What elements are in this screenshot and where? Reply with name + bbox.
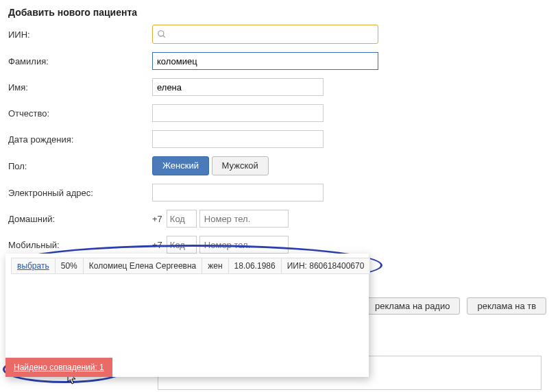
- row-name: Имя:: [8, 78, 552, 96]
- row-surname: Фамилия:: [8, 52, 552, 70]
- label-iin: ИИН:: [8, 29, 152, 40]
- match-row: выбрать 50% Коломиец Елена Сергеевна жен…: [11, 258, 370, 274]
- row-iin: ИИН:: [8, 25, 552, 44]
- label-home: Домашний:: [8, 214, 152, 224]
- surname-input[interactable]: [152, 52, 378, 70]
- match-percent: 50%: [56, 258, 84, 273]
- match-dob: 18.06.1986: [229, 258, 282, 273]
- iin-search-wrap[interactable]: [152, 25, 378, 44]
- row-home: Домашний: +7: [8, 210, 552, 228]
- svg-line-1: [163, 36, 165, 38]
- home-prefix: +7: [152, 214, 162, 224]
- row-email: Электронный адрес:: [8, 184, 552, 201]
- mobile-num-input[interactable]: [199, 236, 289, 254]
- label-mobile: Мобильный:: [8, 240, 152, 250]
- row-patronymic: Отчество:: [8, 104, 552, 122]
- label-surname: Фамилия:: [8, 56, 152, 66]
- row-mobile: Мобильный: +7: [8, 236, 552, 254]
- mobile-prefix: +7: [152, 240, 162, 250]
- label-dob: Дата рождения:: [8, 134, 152, 145]
- label-email: Электронный адрес:: [8, 188, 152, 198]
- name-input[interactable]: [152, 78, 324, 96]
- label-patronymic: Отчество:: [8, 108, 152, 119]
- row-dob: Дата рождения:: [8, 130, 552, 148]
- home-num-input[interactable]: [199, 210, 289, 228]
- match-fio: Коломиец Елена Сергеевна: [84, 258, 203, 273]
- search-icon: [157, 29, 167, 39]
- source-tv-chip[interactable]: реклама на тв: [467, 297, 546, 315]
- label-name: Имя:: [8, 82, 152, 93]
- email-input[interactable]: [152, 184, 324, 201]
- matches-found-button[interactable]: Найдено совпадений: 1: [5, 358, 112, 377]
- label-sex: Пол:: [8, 161, 152, 171]
- svg-point-0: [158, 31, 164, 36]
- row-sex: Пол: Женский Мужской: [8, 156, 552, 175]
- match-sex: жен: [202, 258, 228, 273]
- match-popover: выбрать 50% Коломиец Елена Сергеевна жен…: [5, 254, 369, 377]
- match-iin: ИИН: 860618400670: [282, 258, 370, 273]
- iin-input[interactable]: [167, 25, 378, 43]
- source-radio-chip[interactable]: реклама на радио: [365, 297, 460, 315]
- patronymic-input[interactable]: [152, 104, 324, 122]
- home-code-input[interactable]: [167, 210, 197, 228]
- page-title: Добавить нового пациента: [8, 7, 552, 18]
- dob-input[interactable]: [152, 130, 324, 148]
- match-select-link[interactable]: выбрать: [12, 258, 56, 273]
- mobile-code-input[interactable]: [167, 236, 197, 254]
- sex-male-button[interactable]: Мужской: [212, 156, 269, 175]
- sex-female-button[interactable]: Женский: [152, 156, 209, 175]
